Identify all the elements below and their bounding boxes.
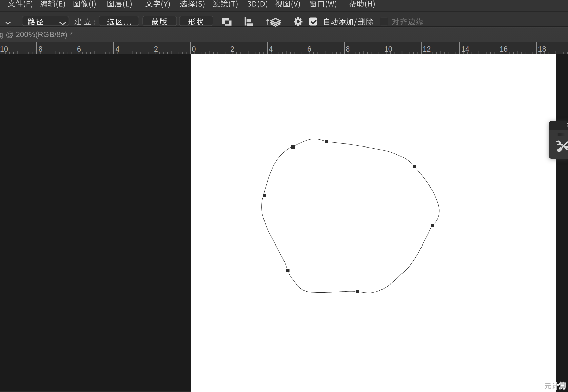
svg-text:10: 10 bbox=[384, 45, 392, 53]
svg-text:18: 18 bbox=[538, 45, 546, 53]
svg-text:6: 6 bbox=[307, 45, 311, 53]
svg-text:16: 16 bbox=[500, 45, 508, 53]
svg-text:4: 4 bbox=[115, 45, 119, 53]
svg-text:0: 0 bbox=[192, 45, 196, 53]
svg-text:2: 2 bbox=[154, 45, 158, 53]
svg-text:14: 14 bbox=[461, 45, 469, 53]
svg-text:8: 8 bbox=[39, 45, 43, 53]
svg-text:6: 6 bbox=[77, 45, 81, 53]
svg-text:10: 10 bbox=[0, 45, 8, 53]
svg-text:2: 2 bbox=[230, 45, 234, 53]
svg-text:12: 12 bbox=[423, 45, 431, 53]
svg-text:8: 8 bbox=[346, 45, 350, 53]
svg-text:4: 4 bbox=[269, 45, 273, 53]
